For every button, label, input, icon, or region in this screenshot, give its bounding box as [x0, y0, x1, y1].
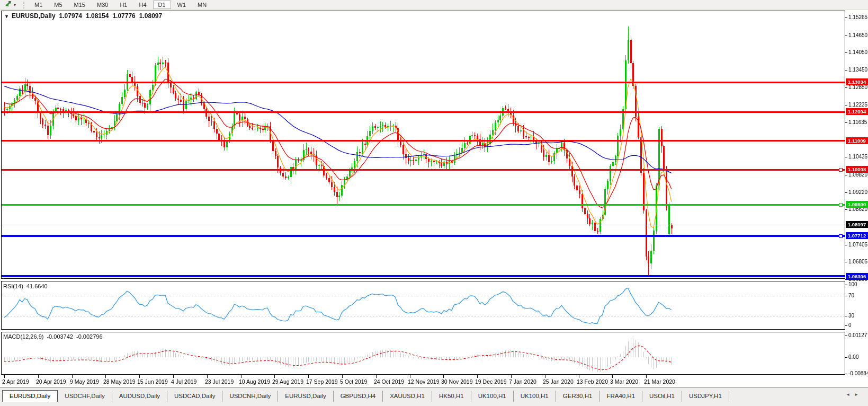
- chart-tab-11-ger30-h1[interactable]: GER30,H1: [556, 391, 600, 402]
- timeframe-button-w1[interactable]: W1: [172, 1, 192, 9]
- timeframe-button-h1[interactable]: H1: [114, 1, 132, 9]
- chart-tab-3-usdcad-daily[interactable]: USDCAD,Daily: [167, 391, 222, 402]
- rsi-indicator-name: RSI(14): [3, 283, 23, 289]
- timeframe-button-m1[interactable]: M1: [29, 1, 48, 9]
- timeframe-button-mn[interactable]: MN: [192, 1, 212, 9]
- ohlc-close: 1.08097: [139, 12, 162, 20]
- toolbar-grip: [23, 2, 24, 8]
- tab-scroll-left-icon[interactable]: ◄: [846, 392, 854, 397]
- rsi-label: RSI(14)41.6640: [3, 283, 51, 289]
- chevron-down-icon: ▾: [14, 3, 16, 7]
- chart-tab-14-usdjpy-h1[interactable]: USDJPY,H1: [682, 391, 729, 402]
- timeframe-button-m15[interactable]: M15: [69, 1, 91, 9]
- rsi-indicator-value: 41.6640: [26, 283, 48, 289]
- macd-label: MACD(12,26,9)-0.003742-0.002796: [3, 333, 106, 340]
- chart-tab-10-uk100-h1[interactable]: UK100,H1: [514, 391, 556, 402]
- timeframe-button-m30[interactable]: M30: [92, 1, 113, 9]
- chart-tab-5-eurusd-daily[interactable]: EURUSD,Daily: [278, 391, 333, 402]
- chart-tab-13-usoil-h1[interactable]: USOil,H1: [642, 391, 682, 402]
- chart-tab-12-fra40-h1[interactable]: FRA40,H1: [599, 391, 642, 402]
- toolbar: ▾ M1M5M15M30H1H4D1W1MN: [0, 0, 868, 10]
- tab-bar: EURUSD,DailyUSDCHF,DailyAUDUSD,DailyUSDC…: [0, 387, 868, 406]
- chart-tab-2-audusd-daily[interactable]: AUDUSD,Daily: [112, 391, 167, 402]
- ohlc-high: 1.08154: [86, 12, 109, 20]
- chart-tab-1-usdchf-daily[interactable]: USDCHF,Daily: [58, 391, 112, 402]
- chart-tab-8-hk50-h1[interactable]: HK50,H1: [432, 391, 471, 402]
- tab-scroll-right-icon[interactable]: ►: [854, 392, 863, 397]
- timeframe-button-m5[interactable]: M5: [49, 1, 67, 9]
- mt4-window: ▾ M1M5M15M30H1H4D1W1MN ▼EURUSD,Daily1.07…: [0, 0, 868, 406]
- chart-tabs: EURUSD,DailyUSDCHF,DailyAUDUSD,DailyUSDC…: [0, 388, 868, 402]
- chart-canvas[interactable]: [0, 0, 868, 406]
- timeframe-button-d1[interactable]: D1: [153, 1, 171, 9]
- chart-tab-0-eurusd-daily[interactable]: EURUSD,Daily: [2, 390, 58, 402]
- chart-tab-4-usdcnh-daily[interactable]: USDCNH,Daily: [222, 391, 278, 402]
- timeframe-button-h4[interactable]: H4: [133, 1, 151, 9]
- chart-tab-9-uk100-h1[interactable]: UK100,H1: [471, 391, 514, 402]
- collapse-triangle-icon[interactable]: ▼: [4, 14, 9, 19]
- macd-indicator-signal-value: -0.002796: [76, 333, 103, 340]
- symbol-label: EURUSD,Daily: [12, 12, 56, 20]
- diagonal-arrows-icon: [4, 0, 13, 10]
- timeframe-group: M1M5M15M30H1H4D1W1MN: [29, 1, 212, 9]
- chart-tab-7-xauusd-h1[interactable]: XAUUSD,H1: [383, 391, 432, 402]
- ohlc-low: 1.07776: [112, 12, 135, 20]
- tab-scroll-buttons: ◄►: [846, 392, 863, 397]
- chart-tab-6-gbpusd-h4[interactable]: GBPUSD,H4: [334, 391, 383, 402]
- ohlc-open: 1.07974: [59, 12, 82, 20]
- chart-tool-button[interactable]: ▾: [2, 1, 18, 9]
- macd-indicator-value: -0.003742: [47, 333, 73, 340]
- macd-indicator-name: MACD(12,26,9): [3, 333, 43, 340]
- chart-title: ▼EURUSD,Daily1.079741.081541.077761.0809…: [4, 12, 166, 20]
